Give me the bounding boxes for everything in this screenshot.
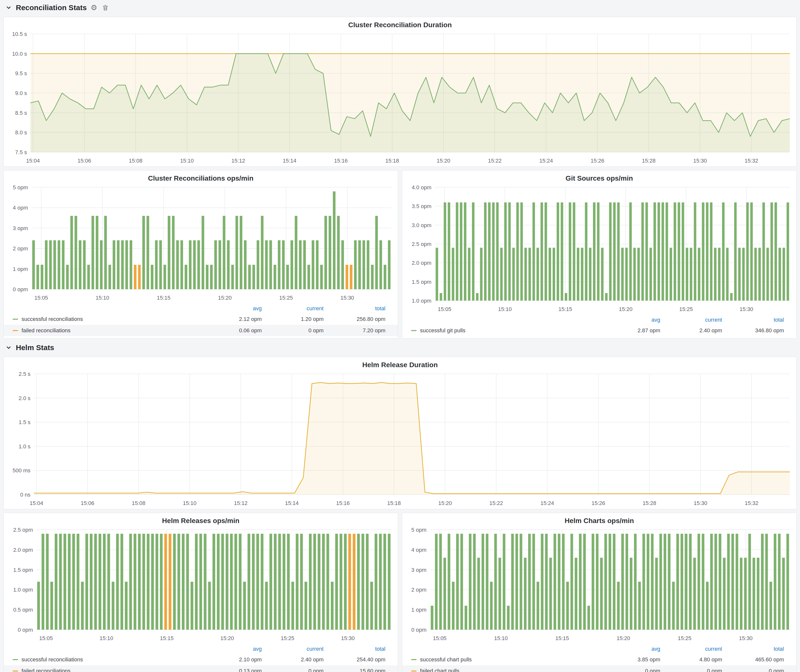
svg-text:15:12: 15:12 (234, 500, 248, 506)
legend-row-successful-reconciliations: successful reconciliations 2.12 opm 1.20… (4, 314, 398, 325)
cluster-reconciliations-ops-chart[interactable]: 0 opm1 opm2 opm3 opm4 opm5 opm15:0515:10… (4, 183, 398, 304)
series-swatch-orange (13, 330, 18, 331)
legend-header-avg[interactable]: avg (200, 646, 262, 652)
panel-title[interactable]: Helm Releases ops/min (4, 513, 398, 526)
legend-series-toggle[interactable]: successful git pulls (411, 327, 598, 334)
git-sources-ops-chart[interactable]: 1.0 opm1.5 opm2.0 opm2.5 opm3.0 opm3.5 o… (402, 183, 796, 315)
legend-series-label: successful reconciliations (21, 656, 83, 663)
svg-text:15:28: 15:28 (642, 158, 656, 164)
legend-series-toggle[interactable]: successful reconciliations (13, 316, 200, 322)
legend-current-value: 2.40 opm (262, 656, 323, 663)
panel-helm-charts-ops: Helm Charts ops/min 0 opm1 opm2 opm3 opm… (402, 513, 797, 672)
trash-icon[interactable] (101, 3, 110, 12)
legend-header-avg[interactable]: avg (598, 646, 660, 652)
section-header-helm-stats[interactable]: Helm Stats (3, 342, 797, 353)
svg-text:0 opm: 0 opm (18, 627, 33, 633)
legend-row-failed-reconciliations: failed reconciliations 0.06 opm 0 opm 7.… (4, 325, 398, 336)
section-header-reconciliation-stats[interactable]: Reconciliation Stats ⚙ (3, 2, 797, 13)
panel-title[interactable]: Helm Release Duration (4, 357, 796, 370)
gear-icon[interactable]: ⚙ (90, 3, 98, 12)
svg-text:15:14: 15:14 (283, 158, 296, 164)
svg-text:15:15: 15:15 (555, 635, 569, 641)
legend-series-toggle[interactable]: failed chart pulls (411, 668, 598, 672)
panel-helm-release-duration: Helm Release Duration 0 ns500 ms1.0 s1.5… (3, 357, 797, 509)
legend-row-failed-chart-pulls: failed chart pulls 0 opm 0 opm 0 opm (402, 665, 796, 672)
legend-avg-value: 2.10 opm (200, 656, 262, 663)
legend-row-failed-reconciliations: failed reconciliations 0.13 opm 0 opm 15… (4, 665, 398, 672)
svg-text:4 opm: 4 opm (13, 205, 28, 211)
panel-title[interactable]: Git Sources ops/min (402, 170, 796, 183)
helm-release-duration-chart[interactable]: 0 ns500 ms1.0 s1.5 s2.0 s2.5 s15:0415:06… (4, 370, 796, 509)
svg-text:15:15: 15:15 (160, 635, 174, 641)
svg-text:15:10: 15:10 (96, 295, 109, 301)
legend: avg current total successful reconciliat… (4, 644, 398, 672)
svg-text:2.5 s: 2.5 s (19, 371, 30, 377)
svg-text:15:20: 15:20 (616, 635, 630, 641)
legend-header-total[interactable]: total (323, 305, 386, 312)
legend-series-label: successful reconciliations (21, 316, 83, 322)
svg-text:15:16: 15:16 (334, 158, 347, 164)
panel-title[interactable]: Cluster Reconciliations ops/min (4, 170, 398, 183)
svg-text:15:20: 15:20 (221, 635, 234, 641)
legend-header-total[interactable]: total (323, 646, 386, 652)
legend-header-avg[interactable]: avg (200, 305, 262, 312)
section-title[interactable]: Helm Stats (16, 343, 54, 352)
legend-avg-value: 3.85 opm (598, 656, 660, 663)
svg-text:0 opm: 0 opm (13, 286, 28, 293)
legend-header-avg[interactable]: avg (598, 317, 660, 323)
svg-text:15:24: 15:24 (539, 158, 553, 164)
series-swatch-green (13, 319, 18, 320)
legend-header-total[interactable]: total (722, 646, 784, 652)
row-helm-ops: Helm Releases ops/min 0 opm0.5 opm1.0 op… (3, 513, 797, 672)
legend-series-toggle[interactable]: failed reconciliations (13, 668, 200, 672)
svg-text:0 ns: 0 ns (20, 492, 30, 498)
legend-series-toggle[interactable]: successful reconciliations (13, 656, 200, 663)
legend-avg-value: 0 opm (598, 668, 660, 672)
svg-text:10.5 s: 10.5 s (12, 31, 27, 37)
legend-header-current[interactable]: current (660, 646, 722, 652)
section-title[interactable]: Reconciliation Stats (16, 3, 87, 12)
helm-releases-ops-chart[interactable]: 0 opm0.5 opm1.0 opm1.5 opm2.0 opm2.5 opm… (4, 526, 398, 644)
legend-avg-value: 0.13 opm (200, 668, 262, 672)
legend-series-toggle[interactable]: successful chart pulls (411, 656, 598, 663)
svg-text:8.5 s: 8.5 s (15, 110, 27, 116)
legend-series-toggle[interactable]: failed reconciliations (13, 327, 200, 334)
legend-header-row: avg current total (4, 644, 398, 654)
panel-title[interactable]: Cluster Reconciliation Duration (4, 17, 796, 30)
svg-text:15:05: 15:05 (438, 306, 451, 312)
legend-total-value: 0 opm (722, 668, 784, 672)
legend-header-current[interactable]: current (262, 646, 323, 652)
svg-text:0.5 opm: 0.5 opm (13, 607, 33, 613)
chevron-down-icon[interactable] (5, 3, 13, 12)
series-swatch-green (411, 330, 417, 331)
legend-total-value: 346.80 opm (722, 327, 784, 334)
chevron-down-icon[interactable] (5, 343, 13, 352)
svg-text:4.0 opm: 4.0 opm (412, 184, 432, 190)
helm-charts-ops-chart[interactable]: 0 opm1 opm2 opm3 opm4 opm5 opm15:0515:10… (402, 526, 796, 644)
legend-header-current[interactable]: current (262, 305, 323, 312)
svg-text:1.0 opm: 1.0 opm (412, 298, 432, 304)
svg-text:15:12: 15:12 (232, 158, 245, 164)
legend-series-label: successful chart pulls (420, 656, 472, 663)
svg-text:3 opm: 3 opm (411, 567, 426, 573)
cluster-reconciliation-duration-chart[interactable]: 7.5 s8.0 s8.5 s9.0 s9.5 s10.0 s10.5 s15:… (4, 30, 796, 166)
legend-header-current[interactable]: current (660, 317, 722, 323)
legend-total-value: 465.60 opm (722, 656, 784, 663)
svg-text:3 opm: 3 opm (13, 225, 28, 231)
legend-header-total[interactable]: total (722, 317, 784, 323)
legend-header-row: avg current total (402, 315, 796, 325)
svg-text:2.0 opm: 2.0 opm (412, 260, 432, 266)
legend-total-value: 256.80 opm (323, 316, 386, 322)
legend-series-label: successful git pulls (420, 327, 465, 334)
svg-text:8.0 s: 8.0 s (15, 130, 27, 136)
svg-text:15:06: 15:06 (77, 158, 91, 164)
panel-git-sources-ops: Git Sources ops/min 1.0 opm1.5 opm2.0 op… (402, 170, 797, 338)
legend-total-value: 7.20 opm (323, 327, 386, 334)
svg-text:15:18: 15:18 (387, 500, 401, 506)
svg-text:15:04: 15:04 (26, 158, 40, 164)
panel-title[interactable]: Helm Charts ops/min (402, 513, 796, 526)
legend-total-value: 15.60 opm (323, 668, 386, 672)
svg-text:15:25: 15:25 (678, 635, 691, 641)
svg-text:15:24: 15:24 (541, 500, 554, 506)
svg-text:15:22: 15:22 (488, 158, 502, 164)
